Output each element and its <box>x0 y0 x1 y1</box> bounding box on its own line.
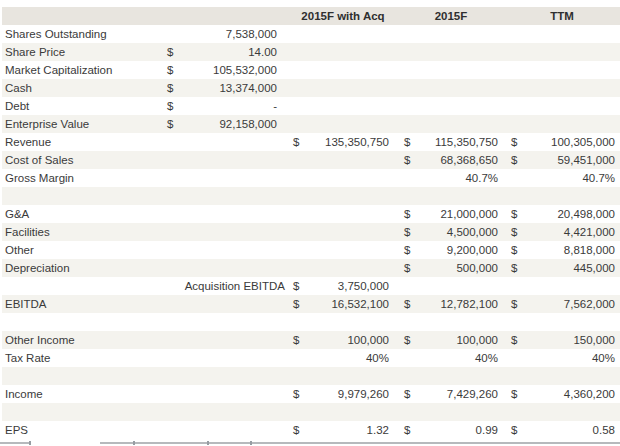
cell-value-2015f[interactable]: 40.7% <box>398 169 498 187</box>
row-label[interactable]: EPS <box>5 421 175 439</box>
cell-value-2015f[interactable]: 68,368,650 <box>398 151 498 169</box>
row-label[interactable]: Other <box>5 241 175 259</box>
cell-value-ttm[interactable]: 40.7% <box>515 169 615 187</box>
cell-value-2015f[interactable]: 7,429,260 <box>398 385 498 403</box>
row-label[interactable] <box>5 313 175 331</box>
row-label[interactable]: Income <box>5 385 175 403</box>
row-label[interactable] <box>5 367 175 385</box>
cell-value-ttm[interactable]: 40% <box>515 349 615 367</box>
table-row <box>2 313 620 331</box>
cell-value-2015f-with-acq[interactable]: 3,750,000 <box>289 277 389 295</box>
table-row <box>2 403 620 421</box>
cell-value-2015f-with-acq[interactable]: 40% <box>289 349 389 367</box>
cell-value-2015f-with-acq[interactable]: 1.32 <box>289 421 389 439</box>
table-row: Tax Rate40%40%40% <box>2 349 620 367</box>
sheet-tabs[interactable] <box>0 440 620 446</box>
cell-value-b[interactable]: 92,158,000 <box>177 115 277 133</box>
row-label[interactable]: Cost of Sales <box>5 151 175 169</box>
row-label[interactable]: Enterprise Value <box>5 115 175 133</box>
cell-value-2015f[interactable]: 40% <box>398 349 498 367</box>
row-sublabel[interactable]: Acquisition EBITDA <box>60 277 285 295</box>
spreadsheet: 2015F with Acq 2015F TTM Shares Outstand… <box>0 0 620 446</box>
cell-value-ttm[interactable]: 4,360,200 <box>515 385 615 403</box>
cell-value-2015f[interactable]: 21,000,000 <box>398 205 498 223</box>
table-row: Other$9,200,000$8,818,000 <box>2 241 620 259</box>
table-row <box>2 367 620 385</box>
column-header-2015f-with-acq[interactable]: 2015F with Acq <box>289 7 397 25</box>
cell-value-ttm[interactable]: 20,498,000 <box>515 205 615 223</box>
row-label[interactable]: G&A <box>5 205 175 223</box>
row-label[interactable]: Debt <box>5 97 175 115</box>
row-label[interactable]: Market Capitalization <box>5 61 175 79</box>
cell-value-2015f-with-acq[interactable]: 100,000 <box>289 331 389 349</box>
cell-value-2015f-with-acq[interactable]: 9,979,260 <box>289 385 389 403</box>
sheet-tab-separator <box>207 441 209 445</box>
table-row: EBITDA$16,532,100$12,782,100$7,562,000 <box>2 295 620 313</box>
cell-value-ttm[interactable]: 59,451,000 <box>515 151 615 169</box>
table-row: G&A$21,000,000$20,498,000 <box>2 205 620 223</box>
table-row: Income$9,979,260$7,429,260$4,360,200 <box>2 385 620 403</box>
cell-value-2015f[interactable]: 0.99 <box>398 421 498 439</box>
cell-value-ttm[interactable]: 8,818,000 <box>515 241 615 259</box>
cell-value-2015f[interactable]: 9,200,000 <box>398 241 498 259</box>
row-label[interactable]: Tax Rate <box>5 349 175 367</box>
cell-value-ttm[interactable]: 445,000 <box>515 259 615 277</box>
cell-value-b[interactable]: - <box>177 97 277 115</box>
table-row: Enterprise Value$92,158,000 <box>2 115 620 133</box>
cell-value-ttm[interactable]: 0.58 <box>515 421 615 439</box>
cell-value-b[interactable]: 105,532,000 <box>177 61 277 79</box>
cell-value-ttm[interactable]: 7,562,000 <box>515 295 615 313</box>
cell-value-2015f[interactable]: 100,000 <box>398 331 498 349</box>
cell-value-b[interactable]: 14.00 <box>177 43 277 61</box>
column-header-ttm[interactable]: TTM <box>505 7 619 25</box>
cell-value-2015f[interactable]: 4,500,000 <box>398 223 498 241</box>
table-row: EPS$1.32$0.99$0.58 <box>2 421 620 439</box>
table-row: Share Price$14.00 <box>2 43 620 61</box>
row-label[interactable]: EBITDA <box>5 295 175 313</box>
table-row: Other Income$100,000$100,000$150,000 <box>2 331 620 349</box>
cell-value-2015f[interactable]: 12,782,100 <box>398 295 498 313</box>
cell-value-ttm[interactable]: 100,305,000 <box>515 133 615 151</box>
row-label[interactable]: Other Income <box>5 331 175 349</box>
sheet-tab-edge <box>0 442 30 444</box>
table-row: Depreciation$500,000$445,000 <box>2 259 620 277</box>
table-row: Cost of Sales$68,368,650$59,451,000 <box>2 151 620 169</box>
table-row: Facilities$4,500,000$4,421,000 <box>2 223 620 241</box>
table-row: Gross Margin40.7%40.7% <box>2 169 620 187</box>
row-label[interactable]: Gross Margin <box>5 169 175 187</box>
cell-value-ttm[interactable]: 150,000 <box>515 331 615 349</box>
table-row: Revenue$135,350,750$115,350,750$100,305,… <box>2 133 620 151</box>
row-label[interactable]: Revenue <box>5 133 175 151</box>
cell-value-2015f[interactable]: 500,000 <box>398 259 498 277</box>
cell-value-2015f-with-acq[interactable]: 16,532,100 <box>289 295 389 313</box>
row-label[interactable] <box>5 187 175 205</box>
table-row <box>2 187 620 205</box>
cell-value-b[interactable]: 13,374,000 <box>177 79 277 97</box>
sheet-tab-separator <box>29 441 31 445</box>
table-row: Debt$- <box>2 97 620 115</box>
cell-value-b[interactable]: 7,538,000 <box>177 25 277 43</box>
table-row: Shares Outstanding7,538,000 <box>2 25 620 43</box>
column-header-2015f[interactable]: 2015F <box>395 7 507 25</box>
cell-value-2015f[interactable]: 115,350,750 <box>398 133 498 151</box>
table-row: Acquisition EBITDA$3,750,000 <box>2 277 620 295</box>
table-row: Cash$13,374,000 <box>2 79 620 97</box>
sheet-tab-separator <box>133 441 135 445</box>
row-label[interactable]: Shares Outstanding <box>5 25 175 43</box>
table-row: Market Capitalization$105,532,000 <box>2 61 620 79</box>
row-label[interactable]: Facilities <box>5 223 175 241</box>
column-header-band: 2015F with Acq 2015F TTM <box>2 7 620 25</box>
row-label[interactable]: Depreciation <box>5 259 175 277</box>
cell-value-ttm[interactable]: 4,421,000 <box>515 223 615 241</box>
row-label[interactable]: Cash <box>5 79 175 97</box>
sheet-tab-separator <box>250 441 252 445</box>
sheet-tab-edge <box>100 442 620 444</box>
row-label[interactable] <box>5 403 175 421</box>
cell-value-2015f-with-acq[interactable]: 135,350,750 <box>289 133 389 151</box>
row-label[interactable]: Share Price <box>5 43 175 61</box>
